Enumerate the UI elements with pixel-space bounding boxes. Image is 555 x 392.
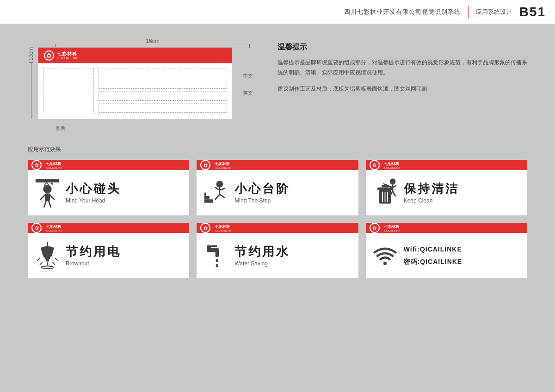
sign-right-section <box>99 68 227 114</box>
logo-flower-c4: ✿ <box>35 225 39 231</box>
logo-flower-diagram: ✿ <box>46 52 52 59</box>
header-bar: 四川七彩林业开发有限公司视觉识别系统 应用系统设计 B51 <box>0 0 555 24</box>
logo-circle-c6: ✿ <box>370 223 380 233</box>
app-section-title: 应用示范效果 <box>28 146 527 153</box>
desc-title: 温馨提示 <box>278 43 527 52</box>
svg-rect-12 <box>204 192 206 196</box>
svg-point-46 <box>216 258 218 262</box>
svg-rect-11 <box>204 196 210 199</box>
sign-left-placeholder <box>43 68 94 114</box>
cards-grid: ✿ 七彩林科 COLORLINK <box>28 160 527 278</box>
sign-right-mid <box>99 92 227 101</box>
logo-cn-c6: 七彩林科 <box>384 224 401 229</box>
logo-en-c4: COLORLINK <box>46 229 62 232</box>
wifi-password: 密码:QICAILINKE <box>404 256 522 268</box>
logo-circle-c3: ✿ <box>370 160 380 170</box>
label-cn: 中文 <box>243 73 253 80</box>
logo-cn-c4: 七彩林科 <box>46 224 62 229</box>
card-wifi-header: ✿ 七彩林科 COLORLINK <box>366 223 527 233</box>
card-mind-step-en: Mind The Step <box>234 197 352 204</box>
diagram-right: 温馨提示 温馨提示是品牌环境重要的组成部分，对温馨提示进行有效的视觉形象规范，有… <box>278 38 527 132</box>
card-mind-head-cn: 小心碰头 <box>66 182 184 196</box>
desc-material: 建议制作工艺及材质：底板为铝塑板表面烤漆，图文丝网印刷 <box>278 84 527 94</box>
svg-line-30 <box>393 190 395 196</box>
logo-text-cn-diagram: 七彩林科 <box>57 52 78 56</box>
logo-en-c2: COLORLINK <box>215 166 231 169</box>
card-water-en: Water Saving <box>234 260 352 267</box>
card-water-text: 节约用水 Water Saving <box>234 245 352 266</box>
card-keep-clean-body: 保持清洁 Keep Clean <box>366 170 527 215</box>
sign-card-diagram: ✿ 七彩林科 COLORLINK <box>38 47 232 119</box>
card-mind-head-text: 小心碰头 Mind Your Head <box>66 182 184 203</box>
card-wifi-text: Wifi:QICAILINKE 密码:QICAILINKE <box>404 243 522 268</box>
card-wifi-body: Wifi:QICAILINKE 密码:QICAILINKE <box>366 233 527 278</box>
card-brownout-en: Brownout <box>66 260 184 267</box>
header-company: 四川七彩林业开发有限公司视觉识别系统 <box>344 8 461 16</box>
card-wifi: ✿ 七彩林科 COLORLINK <box>366 223 527 278</box>
logo-flower-c6: ✿ <box>372 225 376 231</box>
logo-circle-c5: ✿ <box>200 223 210 233</box>
card-mind-head: ✿ 七彩林科 COLORLINK <box>28 160 189 215</box>
icon-step <box>202 177 230 209</box>
logo-en-c3: COLORLINK <box>384 166 401 169</box>
card-water: ✿ 七彩林科 COLORLINK <box>197 223 358 278</box>
card-brownout-text: 节约用电 Brownout <box>66 245 184 266</box>
card-water-header: ✿ 七彩林科 COLORLINK <box>197 223 358 233</box>
svg-text:★: ★ <box>50 181 54 186</box>
logo-flower-c5: ✿ <box>204 225 208 231</box>
svg-point-47 <box>216 263 218 267</box>
sign-card-diagram-body <box>38 63 232 119</box>
svg-line-16 <box>220 188 225 190</box>
label-en: 英文 <box>243 90 253 97</box>
logo-circle-c4: ✿ <box>31 223 42 233</box>
svg-rect-44 <box>215 249 218 257</box>
svg-point-13 <box>216 180 223 187</box>
logo-cn-c1: 七彩林科 <box>46 161 62 166</box>
svg-point-41 <box>41 266 53 269</box>
icon-head: ★ <box>33 177 61 209</box>
width-label: 16cm <box>56 38 250 44</box>
svg-point-34 <box>44 254 50 260</box>
icon-water <box>202 239 230 272</box>
wifi-ssid: Wifi:QICAILINKE <box>404 243 522 256</box>
logo-circle-c1: ✿ <box>31 160 42 170</box>
svg-rect-4 <box>45 193 50 201</box>
sign-card-diagram-header: ✿ 七彩林科 COLORLINK <box>38 48 232 63</box>
card-keep-clean-cn: 保持清洁 <box>404 182 522 196</box>
svg-point-48 <box>383 262 387 265</box>
header-divider <box>468 6 469 18</box>
svg-rect-43 <box>207 245 211 252</box>
sign-right-top <box>99 68 227 89</box>
logo-circle-c2: ✿ <box>200 160 210 170</box>
dim-line-top <box>56 46 250 46</box>
logo-cn-c2: 七彩林科 <box>215 161 231 166</box>
card-brownout-cn: 节约用电 <box>66 245 184 259</box>
icon-wifi <box>371 239 399 272</box>
svg-line-37 <box>55 258 58 261</box>
main-content: 16cm 10cm ✿ <box>0 24 555 392</box>
card-keep-clean-header: ✿ 七彩林科 COLORLINK <box>366 160 527 170</box>
logo-en-c1: COLORLINK <box>46 166 62 169</box>
card-keep-clean-text: 保持清洁 Keep Clean <box>404 182 522 203</box>
card-water-cn: 节约用水 <box>234 245 352 259</box>
diagram-left: 16cm 10cm ✿ <box>28 38 250 132</box>
card-brownout-header: ✿ 七彩林科 COLORLINK <box>28 223 189 233</box>
sign-right-bot <box>99 104 227 113</box>
card-mind-step-cn: 小心台阶 <box>234 182 352 196</box>
desc-body: 温馨提示是品牌环境重要的组成部分，对温馨提示进行有效的视觉形象规范，有利于品牌形… <box>278 58 527 78</box>
logo-en-c5: COLORLINK <box>215 229 231 232</box>
svg-line-7 <box>44 201 46 207</box>
svg-line-8 <box>49 201 51 207</box>
logo-cn-c5: 七彩林科 <box>215 224 231 229</box>
svg-point-25 <box>390 178 396 184</box>
svg-line-6 <box>50 195 54 199</box>
logo-flower-c3: ✿ <box>372 162 376 168</box>
card-mind-step: ✿ 七彩林科 COLORLINK <box>197 160 358 215</box>
card-mind-head-en: Mind Your Head <box>66 197 184 204</box>
diagram-legend: 图例 <box>56 125 250 132</box>
card-mind-head-body: ★ 小心碰头 Mind Your Head <box>28 170 189 215</box>
height-label: 10cm <box>28 47 34 61</box>
svg-point-3 <box>43 185 51 193</box>
logo-cn-c3: 七彩林科 <box>384 161 401 166</box>
card-brownout: ✿ 七彩林科 COLORLINK <box>28 223 189 278</box>
